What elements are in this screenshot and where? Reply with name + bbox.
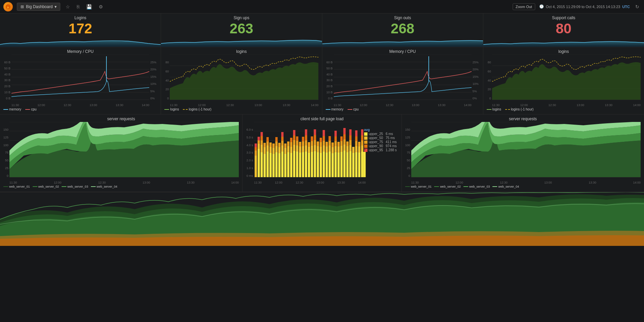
svg-rect-105 <box>305 152 307 177</box>
svg-rect-67 <box>276 152 278 177</box>
upper95-legend: upper_951.288 s <box>364 148 397 152</box>
svg-rect-133 <box>323 130 325 136</box>
svg-rect-60 <box>266 137 269 141</box>
server-requests-title-1: server requests <box>2 117 240 121</box>
chevron-down-icon: ▾ <box>55 4 57 9</box>
svg-rect-94 <box>296 152 298 177</box>
x-axis-pageload: 11:3012:0012:3013:0013:3014:00 <box>254 181 366 184</box>
svg-rect-49 <box>261 152 263 177</box>
svg-rect-138 <box>329 146 331 152</box>
upper25-legend: upper_256 ms <box>364 132 397 136</box>
svg-rect-108 <box>305 135 307 140</box>
svg-rect-119 <box>314 140 316 145</box>
svg-rect-150 <box>337 147 340 153</box>
svg-rect-103 <box>302 141 304 146</box>
refresh-icon[interactable]: ↻ <box>634 4 641 9</box>
utc-label: UTC <box>622 5 630 9</box>
svg-rect-128 <box>320 138 322 142</box>
legend-memory-2: memory cpu <box>324 107 481 112</box>
logins-stat-panel: Logins 172 <box>0 13 161 47</box>
legend-server-2: web_server_01 web_server_02 web_server_0… <box>404 184 642 189</box>
svg-rect-130 <box>323 146 325 152</box>
y-axis-right-cpu-2: 25%20%15%10%5%0% <box>472 61 481 100</box>
memory-label: memory <box>9 107 21 111</box>
svg-rect-153 <box>341 146 343 152</box>
zoom-out-button[interactable]: Zoom Out <box>513 3 535 10</box>
pageload-title: client side full page load <box>245 117 399 121</box>
svg-rect-144 <box>334 152 337 177</box>
svg-rect-116 <box>311 136 313 141</box>
svg-rect-151 <box>337 142 340 147</box>
share-icon[interactable]: ⎘ <box>75 4 81 9</box>
svg-rect-141 <box>331 153 334 177</box>
signups-title: Sign ups <box>164 15 318 20</box>
dashboard-label: Big Dashboard <box>26 4 53 9</box>
upper75-legend: upper_75411 ms <box>364 140 397 144</box>
svg-rect-158 <box>343 139 346 144</box>
logins-chart-title-2: logins <box>485 49 642 54</box>
legend-ws02: web_server_02 <box>33 185 59 188</box>
memory-cpu-panel-1: Memory / CPU 60 B50 B40 B30 B20 B10 B0 B… <box>0 47 161 114</box>
svg-rect-168 <box>349 129 352 135</box>
svg-rect-179 <box>361 152 363 177</box>
signouts-title: Sign outs <box>326 15 480 20</box>
legend-server-1: web_server_01 web_server_02 web_server_0… <box>2 184 240 189</box>
support-title: Support calls <box>487 15 641 20</box>
logins-color <box>164 109 169 110</box>
signouts-value: 268 <box>326 21 480 36</box>
svg-rect-81 <box>284 143 287 148</box>
signups-stat-panel: Sign ups 263 <box>161 13 322 47</box>
svg-rect-134 <box>326 153 328 177</box>
svg-rect-97 <box>296 136 298 141</box>
pageload-avg-label: avg <box>364 128 397 132</box>
svg-rect-92 <box>293 135 295 140</box>
svg-rect-162 <box>346 146 349 152</box>
svg-rect-171 <box>355 152 358 177</box>
y-axis-server-2: 1501251007550250 <box>404 128 411 178</box>
save-icon[interactable]: 💾 <box>85 4 93 9</box>
legend-logins-1hr: logins (-1 hour) <box>183 107 211 111</box>
svg-rect-152 <box>341 152 343 177</box>
x-axis-memory-2: 11:3012:0012:3013:0013:3014:00 <box>334 103 472 107</box>
star-icon[interactable]: ☆ <box>64 4 71 9</box>
svg-rect-113 <box>311 152 313 177</box>
svg-rect-80 <box>284 148 287 154</box>
legend-memory-1: memory cpu <box>2 107 159 112</box>
dashboard-dropdown[interactable]: ⊞ Big Dashboard ▾ <box>17 3 60 11</box>
legend-logins-line-2: logins <box>487 107 501 111</box>
svg-rect-77 <box>281 137 284 141</box>
signups-value: 263 <box>164 21 318 36</box>
svg-rect-160 <box>343 128 346 134</box>
support-value: 80 <box>487 21 641 36</box>
pageload-legend: avg upper_256 ms upper_5075 ms upper_754… <box>364 128 397 152</box>
legend-ws01-2: web_server_01 <box>405 185 432 188</box>
svg-rect-83 <box>287 146 290 152</box>
settings-icon[interactable]: ⚙ <box>97 4 104 9</box>
svg-rect-140 <box>329 136 331 141</box>
svg-rect-51 <box>261 140 263 145</box>
bottom-chart-row: server requests 1501251007550250 <box>0 115 644 192</box>
legend-memory: memory <box>3 107 21 111</box>
logins-sparkline <box>0 35 161 47</box>
logins-label: logins <box>170 107 179 111</box>
memory-cpu-panel-2: Memory / CPU 60 B50 B40 B30 B20 B10 B0 B… <box>322 47 483 114</box>
svg-rect-57 <box>266 152 269 177</box>
svg-rect-131 <box>323 141 325 146</box>
svg-rect-66 <box>272 143 275 148</box>
svg-rect-127 <box>320 142 322 147</box>
y-axis-logins-1: 806040200 <box>163 61 170 100</box>
svg-rect-149 <box>337 153 340 177</box>
svg-rect-78 <box>281 132 284 137</box>
svg-rect-45 <box>258 149 260 177</box>
svg-rect-156 <box>343 151 346 177</box>
svg-rect-154 <box>341 141 343 146</box>
svg-rect-112 <box>308 142 310 147</box>
time-range-display: 🕐 Oct 4, 2015 11:29:09 to Oct 4, 2015 14… <box>539 4 630 9</box>
legend-cpu: cpu <box>25 107 36 111</box>
legend-ws03-2: web_server_03 <box>463 185 490 188</box>
svg-rect-95 <box>296 146 298 152</box>
svg-rect-106 <box>305 146 307 152</box>
y-axis-left-memory-1: 60 B50 B40 B30 B20 B10 B0 B <box>2 61 11 100</box>
svg-rect-121 <box>314 129 316 135</box>
svg-rect-126 <box>320 147 322 153</box>
